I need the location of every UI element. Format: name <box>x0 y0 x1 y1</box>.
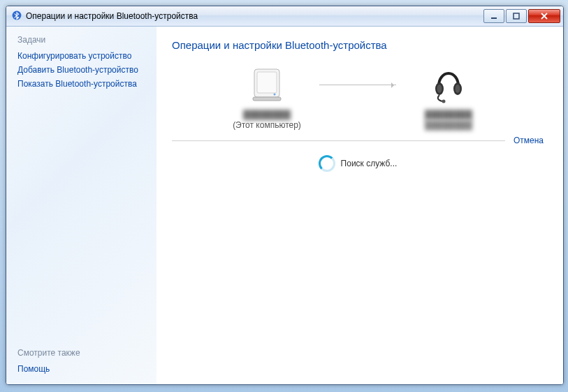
svg-rect-5 <box>253 97 281 101</box>
separator <box>172 140 505 141</box>
see-also-heading: Смотрите также <box>17 348 148 358</box>
titlebar[interactable]: Операции и настройки Bluetooth-устройств… <box>6 6 563 27</box>
device-this-computer: ████████ (Этот компьютер) <box>214 62 319 130</box>
computer-icon <box>245 62 289 107</box>
device-pair-diagram: ████████ (Этот компьютер) <box>172 62 544 130</box>
maximize-button[interactable] <box>506 9 527 23</box>
svg-rect-4 <box>257 72 277 93</box>
page-title: Операции и настройки Bluetooth-устройств… <box>172 39 544 51</box>
sidebar-link-help[interactable]: Помощь <box>17 364 148 374</box>
svg-point-10 <box>456 85 460 93</box>
cancel-link[interactable]: Отмена <box>514 136 544 145</box>
tasks-heading: Задачи <box>17 35 148 45</box>
svg-rect-2 <box>514 13 519 19</box>
sidebar-link-show[interactable]: Показать Bluetooth-устройства <box>17 79 148 89</box>
sidebar-link-add[interactable]: Добавить Bluetooth-устройство <box>17 65 148 75</box>
bluetooth-icon <box>12 10 22 22</box>
device-remote-headset: ████████ ████████ <box>396 62 501 130</box>
status-row: Поиск служб... <box>172 155 544 172</box>
spinner-icon <box>319 155 335 172</box>
svg-rect-1 <box>491 17 497 19</box>
svg-point-11 <box>442 100 446 103</box>
bluetooth-settings-window: Операции и настройки Bluetooth-устройств… <box>6 6 564 385</box>
headset-icon <box>426 62 471 107</box>
svg-point-9 <box>437 85 442 93</box>
window-title: Операции и настройки Bluetooth-устройств… <box>26 11 483 21</box>
sidebar-tasks: Задачи Конфигурировать устройство Добави… <box>6 27 156 384</box>
this-computer-label: (Этот компьютер) <box>233 120 301 130</box>
connection-arrow-icon <box>319 62 396 107</box>
remote-device-sub: ████████ <box>425 120 472 130</box>
close-button[interactable] <box>528 9 560 23</box>
sidebar-link-configure[interactable]: Конфигурировать устройство <box>17 51 148 61</box>
this-computer-name: ████████ <box>243 110 291 119</box>
minimize-button[interactable] <box>483 9 504 23</box>
main-content: Операции и настройки Bluetooth-устройств… <box>156 27 563 384</box>
remote-device-name: ████████ <box>425 110 472 119</box>
status-text: Поиск служб... <box>341 159 398 168</box>
svg-point-6 <box>274 94 276 96</box>
